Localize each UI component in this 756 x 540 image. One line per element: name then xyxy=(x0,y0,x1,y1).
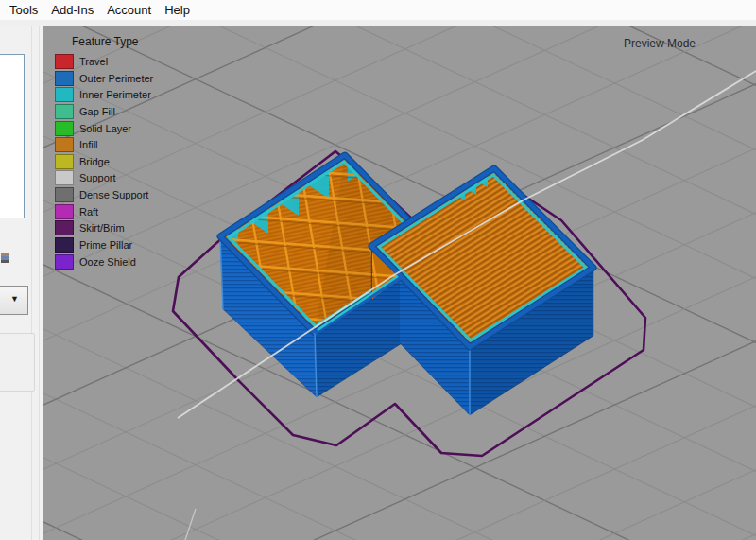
preview-mode-label: Preview Mode xyxy=(624,37,696,50)
scene-svg xyxy=(43,26,756,540)
panel-groupbox xyxy=(0,333,35,392)
raft-swatch xyxy=(55,204,74,219)
menu-help[interactable]: Help xyxy=(158,1,197,19)
panel-icon xyxy=(1,253,9,263)
support-swatch xyxy=(55,170,74,185)
outer-perimeter-swatch xyxy=(55,71,74,86)
menu-add-ins[interactable]: Add-Ins xyxy=(44,1,100,19)
menu-bar: Tools Add-Ins Account Help xyxy=(0,0,756,20)
settings-panel: ▼ xyxy=(0,26,43,540)
3d-viewport[interactable]: Feature Type Preview Mode Travel Outer P… xyxy=(43,26,756,540)
panel-divider-2 xyxy=(39,26,40,540)
gap-fill-swatch xyxy=(55,104,74,119)
dense-support-swatch xyxy=(55,187,74,202)
process-list[interactable] xyxy=(0,54,25,218)
legend-title: Feature Type xyxy=(72,35,139,48)
chevron-down-icon: ▼ xyxy=(10,295,19,304)
solid-layer-swatch xyxy=(55,121,74,136)
menu-tools[interactable]: Tools xyxy=(3,1,44,19)
infill-swatch xyxy=(55,137,74,152)
inner-perimeter-swatch xyxy=(55,87,74,102)
skirt-brim-swatch xyxy=(55,220,74,235)
panel-divider xyxy=(31,26,32,540)
bridge-swatch xyxy=(55,154,74,169)
ooze-shield-swatch xyxy=(55,254,74,270)
toolbar-strip xyxy=(0,20,756,26)
prime-pillar-swatch xyxy=(55,237,74,253)
menu-account[interactable]: Account xyxy=(100,1,158,19)
panel-dropdown[interactable]: ▼ xyxy=(0,286,28,315)
travel-swatch xyxy=(55,54,74,69)
